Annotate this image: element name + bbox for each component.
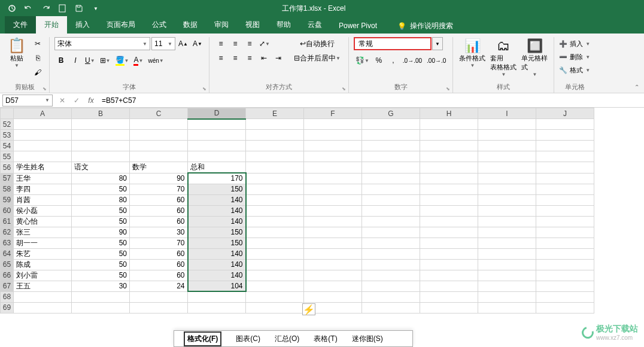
cell-H52[interactable]	[420, 119, 478, 130]
cell-H69[interactable]	[420, 302, 478, 313]
cell-F63[interactable]	[304, 238, 362, 248]
tell-me-search[interactable]: 💡 操作说明搜索	[397, 21, 453, 34]
cell-H56[interactable]	[420, 162, 478, 174]
cell-I59[interactable]	[478, 194, 536, 205]
cell-F55[interactable]	[304, 151, 362, 162]
cell-I58[interactable]	[478, 184, 536, 194]
cell-G53[interactable]	[362, 130, 420, 141]
tab-review[interactable]: 审阅	[206, 16, 237, 34]
tab-cloud[interactable]: 云盘	[299, 16, 330, 34]
cell-F53[interactable]	[304, 130, 362, 141]
column-header-J[interactable]: J	[536, 108, 594, 119]
cell-B57[interactable]: 80	[72, 173, 130, 184]
tab-file[interactable]: 文件	[5, 16, 36, 34]
cell-G64[interactable]	[362, 248, 420, 259]
cell-G69[interactable]	[362, 302, 420, 313]
format-as-table-button[interactable]: 🗂套用 表格格式▼	[489, 37, 518, 78]
paste-button[interactable]: 📋 粘贴 ▼	[5, 37, 29, 68]
cell-C63[interactable]: 70	[130, 238, 188, 248]
align-top-button[interactable]: ≡	[214, 37, 227, 50]
cell-D52[interactable]	[188, 119, 246, 130]
cell-J67[interactable]	[536, 281, 594, 291]
cell-E61[interactable]	[246, 216, 304, 227]
align-right-button[interactable]: ≡	[243, 51, 256, 65]
cell-H67[interactable]	[420, 281, 478, 291]
cell-E63[interactable]	[246, 238, 304, 248]
cell-G62[interactable]	[362, 227, 420, 238]
cell-H53[interactable]	[420, 130, 478, 141]
cell-A67[interactable]: 王五	[14, 281, 72, 291]
cell-D64[interactable]: 140	[188, 248, 246, 259]
cell-H57[interactable]	[420, 173, 478, 184]
qa-tables-tab[interactable]: 表格(T)	[314, 334, 337, 344]
qat-customize-dropdown[interactable]: ▼	[89, 2, 103, 14]
cell-E64[interactable]	[246, 248, 304, 259]
font-launcher[interactable]: ⬊	[202, 86, 206, 92]
cell-D67[interactable]: 104	[188, 281, 246, 291]
align-center-button[interactable]: ≡	[229, 51, 242, 65]
cell-A66[interactable]: 刘小雷	[14, 270, 72, 281]
cell-C56[interactable]: 数学	[130, 162, 188, 174]
cell-H65[interactable]	[420, 259, 478, 270]
cell-D59[interactable]: 140	[188, 194, 246, 205]
cell-J62[interactable]	[536, 227, 594, 238]
row-header-69[interactable]: 69	[1, 302, 14, 313]
cell-F60[interactable]	[304, 205, 362, 216]
cell-B58[interactable]: 50	[72, 184, 130, 194]
cell-D60[interactable]: 140	[188, 205, 246, 216]
cell-B52[interactable]	[72, 119, 130, 130]
cell-H54[interactable]	[420, 141, 478, 151]
cell-B63[interactable]: 50	[72, 238, 130, 248]
cell-H59[interactable]	[420, 194, 478, 205]
cell-G60[interactable]	[362, 205, 420, 216]
cell-I67[interactable]	[478, 281, 536, 291]
wrap-text-button[interactable]: ↩ 自动换行	[291, 37, 344, 50]
cell-G56[interactable]	[362, 162, 420, 174]
cell-E54[interactable]	[246, 141, 304, 151]
cell-A56[interactable]: 学生姓名	[14, 162, 72, 174]
cell-A57[interactable]: 王华	[14, 173, 72, 184]
cell-D53[interactable]	[188, 130, 246, 141]
cell-I64[interactable]	[478, 248, 536, 259]
fill-color-button[interactable]: 🪣▼	[114, 54, 131, 67]
column-header-C[interactable]: C	[130, 108, 188, 119]
cell-E66[interactable]	[246, 270, 304, 281]
cell-E65[interactable]	[246, 259, 304, 270]
cell-E67[interactable]	[246, 281, 304, 291]
cell-J60[interactable]	[536, 205, 594, 216]
column-header-G[interactable]: G	[362, 108, 420, 119]
comma-format-button[interactable]: ,	[387, 54, 400, 67]
number-launcher[interactable]: ⬊	[446, 86, 450, 92]
cell-D56[interactable]: 总和	[188, 162, 246, 174]
cell-B65[interactable]: 50	[72, 259, 130, 270]
column-header-A[interactable]: A	[14, 108, 72, 119]
cell-F66[interactable]	[304, 270, 362, 281]
cell-H62[interactable]	[420, 227, 478, 238]
number-format-arrow[interactable]: ▼	[432, 37, 443, 50]
autosave-toggle[interactable]	[5, 2, 19, 14]
cell-H64[interactable]	[420, 248, 478, 259]
cell-G58[interactable]	[362, 184, 420, 194]
cell-C54[interactable]	[130, 141, 188, 151]
cell-G68[interactable]	[362, 291, 420, 302]
cell-F59[interactable]	[304, 194, 362, 205]
qa-sparklines-tab[interactable]: 迷你图(S)	[352, 334, 383, 344]
select-all-corner[interactable]	[1, 108, 14, 119]
cell-F54[interactable]	[304, 141, 362, 151]
cell-G57[interactable]	[362, 173, 420, 184]
increase-font-button[interactable]: A▲	[177, 37, 190, 50]
row-header-57[interactable]: 57	[1, 173, 14, 184]
cell-B54[interactable]	[72, 141, 130, 151]
cell-A65[interactable]: 陈成	[14, 259, 72, 270]
merge-center-button[interactable]: ⊟ 合并后居中 ▼	[291, 51, 344, 65]
cell-F68[interactable]	[304, 291, 362, 302]
undo-button[interactable]	[22, 2, 36, 14]
cell-F62[interactable]	[304, 227, 362, 238]
cell-I66[interactable]	[478, 270, 536, 281]
cancel-formula-button[interactable]: ✕	[55, 95, 69, 106]
cell-D58[interactable]: 150	[188, 184, 246, 194]
cell-C66[interactable]: 60	[130, 270, 188, 281]
cell-D69[interactable]	[188, 302, 246, 313]
cell-C64[interactable]: 60	[130, 248, 188, 259]
cell-B69[interactable]	[72, 302, 130, 313]
